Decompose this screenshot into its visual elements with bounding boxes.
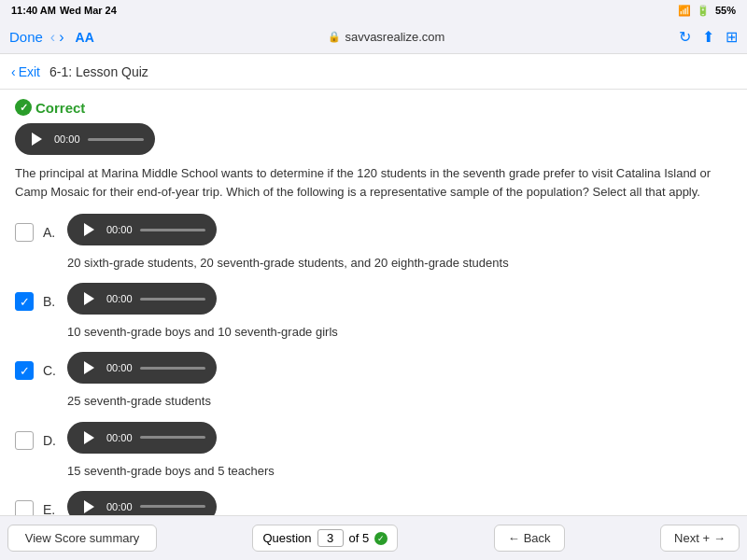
question-text: The principal at Marina Middle School wa… [15, 164, 732, 201]
forward-arrow-button[interactable]: › [59, 29, 63, 46]
option-b-progress[interactable] [140, 298, 205, 301]
score-summary-button[interactable]: View Score summary [7, 525, 157, 552]
option-b-text: 10 seventh-grade boys and 10 seventh-gra… [67, 324, 732, 341]
of-label: of 5 [349, 531, 370, 545]
refresh-button[interactable]: ↻ [679, 28, 691, 46]
back-label: Back [524, 531, 551, 545]
main-audio-player: 00:00 [15, 123, 155, 155]
next-label: Next + [674, 531, 710, 545]
option-a-text: 20 sixth-grade students, 20 seventh-grad… [67, 255, 732, 272]
play-icon [84, 223, 94, 236]
option-d-time: 00:00 [106, 432, 133, 443]
date: Wed Mar 24 [60, 5, 117, 16]
nav-arrows: ‹ › [50, 29, 64, 46]
option-d-audio: 00:00 [67, 422, 217, 454]
option-e-checkbox[interactable] [15, 500, 34, 515]
question-navigator: Question of 5 ✓ [252, 525, 398, 552]
question-nav-label: Question [262, 531, 311, 545]
option-c-checkbox[interactable] [15, 361, 34, 380]
bottom-bar: View Score summary Question of 5 ✓ ← Bac… [0, 515, 747, 560]
option-e-audio: 00:00 [67, 491, 217, 515]
option-d-content: 00:00 15 seventh-grade boys and 5 teache… [67, 422, 732, 480]
option-a-audio: 00:00 [67, 214, 217, 245]
back-button[interactable]: ← Back [494, 525, 565, 552]
correct-check-icon: ✓ [15, 99, 32, 116]
exit-button[interactable]: ‹ Exit [11, 64, 40, 79]
option-d-text: 15 seventh-grade boys and 5 teachers [67, 463, 732, 480]
option-e-time: 00:00 [106, 501, 133, 512]
option-e-progress[interactable] [140, 505, 205, 508]
exit-arrow-icon: ‹ [11, 64, 16, 79]
next-arrow-icon: → [713, 531, 726, 545]
play-icon [84, 361, 94, 374]
exit-label: Exit [19, 64, 40, 79]
option-d-label: D. [43, 433, 58, 448]
wifi-icon: 📶 [678, 5, 691, 17]
url-bar: 🔒 savvasrealize.com [102, 30, 671, 44]
question-number-input[interactable] [317, 529, 344, 547]
option-c-audio: 00:00 [67, 352, 217, 384]
option-a-time: 00:00 [106, 224, 133, 235]
main-audio-progress[interactable] [88, 138, 144, 141]
option-c-time: 00:00 [106, 362, 133, 373]
url-text: savvasrealize.com [345, 30, 444, 44]
main-play-button[interactable] [26, 129, 47, 149]
option-c-text: 25 seventh-grade students [67, 393, 732, 410]
option-d-progress[interactable] [140, 436, 205, 439]
question-check-icon: ✓ [374, 532, 388, 545]
option-d-play-button[interactable] [78, 427, 99, 448]
time: 11:40 AM [11, 5, 56, 16]
option-e-play-button[interactable] [78, 497, 99, 515]
option-a-content: 00:00 20 sixth-grade students, 20 sevent… [67, 214, 732, 272]
option-b-play-button[interactable] [78, 288, 99, 309]
play-icon [84, 292, 94, 305]
option-b-time: 00:00 [106, 293, 133, 304]
option-b-row: B. 00:00 10 seventh-grade boys and 10 se… [15, 283, 732, 341]
option-b-content: 00:00 10 seventh-grade boys and 10 seven… [67, 283, 732, 341]
app-bar: ‹ Exit 6-1: Lesson Quiz [0, 54, 747, 90]
option-c-label: C. [43, 363, 58, 378]
option-a-progress[interactable] [140, 229, 205, 231]
text-size-button[interactable]: AA [76, 30, 94, 45]
option-a-checkbox[interactable] [15, 223, 34, 242]
lock-icon: 🔒 [328, 31, 341, 43]
share-button[interactable]: ⬆ [702, 28, 714, 46]
option-a-label: A. [43, 225, 58, 240]
status-bar: 11:40 AM Wed Mar 24 📶 🔋 55% [0, 0, 747, 21]
option-c-play-button[interactable] [78, 357, 99, 378]
play-icon [84, 500, 94, 513]
lesson-title: 6-1: Lesson Quiz [49, 64, 148, 79]
bookmark-button[interactable]: ⊞ [726, 28, 738, 46]
main-audio-time: 00:00 [54, 133, 80, 145]
back-arrow-button[interactable]: ‹ [50, 29, 55, 46]
correct-badge: ✓ Correct [15, 99, 732, 116]
option-c-content: 00:00 25 seventh-grade students [67, 352, 732, 410]
browser-actions: ↻ ⬆ ⊞ [679, 28, 738, 46]
done-button[interactable]: Done [9, 29, 43, 45]
option-b-checkbox[interactable] [15, 292, 34, 311]
option-b-label: B. [43, 294, 58, 309]
option-a-row: A. 00:00 20 sixth-grade students, 20 sev… [15, 214, 732, 272]
back-arrow-icon: ← [508, 531, 520, 545]
option-e-row: E. 00:00 [15, 491, 732, 515]
browser-bar: Done ‹ › AA 🔒 savvasrealize.com ↻ ⬆ ⊞ [0, 21, 747, 54]
play-icon [84, 431, 94, 444]
option-d-row: D. 00:00 15 seventh-grade boys and 5 tea… [15, 422, 732, 480]
option-d-checkbox[interactable] [15, 431, 34, 450]
option-b-audio: 00:00 [67, 283, 217, 315]
option-a-play-button[interactable] [78, 219, 99, 240]
play-icon [32, 133, 42, 146]
content-area: ✓ Correct 00:00 The principal at Marina … [0, 90, 747, 515]
option-c-progress[interactable] [140, 367, 205, 370]
correct-label: Correct [35, 100, 85, 116]
battery-icon: 🔋 [697, 5, 710, 17]
battery-percent: 55% [715, 5, 736, 16]
option-e-label: E. [43, 502, 58, 515]
option-c-row: C. 00:00 25 seventh-grade students [15, 352, 732, 410]
next-button[interactable]: Next + → [660, 525, 740, 552]
option-e-content: 00:00 [67, 491, 732, 515]
